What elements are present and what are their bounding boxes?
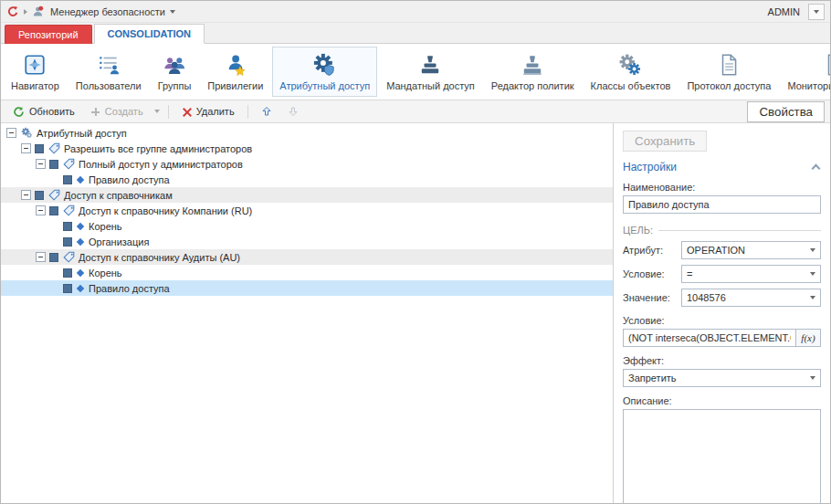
tree-row[interactable]: Доступ к справочникам [1, 187, 613, 203]
checkbox-icon[interactable] [63, 284, 72, 293]
app-icon [6, 5, 19, 18]
expression-row: f(x) [623, 329, 821, 347]
condition-dropdown[interactable]: = [681, 265, 821, 283]
description-textarea[interactable] [623, 409, 821, 503]
move-up-button[interactable] [255, 102, 279, 121]
name-input[interactable] [623, 195, 821, 214]
tree-row[interactable]: Правило доступа [1, 172, 613, 187]
ribbon-item-attribute-access[interactable]: Атрибутный доступ [272, 47, 377, 97]
checkbox-icon[interactable] [63, 237, 72, 247]
ribbon-item-mandatory-access[interactable]: Мандатный доступ [379, 47, 482, 97]
move-down-button[interactable] [281, 102, 305, 121]
breadcrumb-chevron-icon [24, 9, 27, 15]
ribbon-item-object-classes[interactable]: Классы объектов [584, 47, 678, 97]
chevron-down-icon [810, 296, 815, 299]
chevron-down-icon [814, 10, 819, 14]
effect-label: Эффект: [623, 355, 821, 366]
chevron-down-icon [810, 248, 815, 252]
checkbox-icon[interactable] [49, 253, 58, 262]
policy-editor-stamp-icon [521, 52, 545, 77]
tab-repository[interactable]: Репозиторий [5, 25, 92, 44]
ribbon-item-groups[interactable]: Группы [151, 47, 199, 97]
rule-icon [76, 237, 85, 247]
ribbon-item-policy-editor[interactable]: Редактор политик [484, 47, 582, 97]
privileges-icon [223, 52, 247, 77]
access-log-document-icon [717, 52, 742, 77]
app-title: Менеджер безопасности [50, 6, 165, 17]
title-menu-caret-icon[interactable] [170, 10, 175, 14]
navigator-icon [23, 52, 47, 77]
delete-button[interactable]: Удалить [175, 102, 241, 121]
ribbon-item-privileges[interactable]: Привилегии [200, 47, 270, 97]
attribute-dropdown[interactable]: OPERATION [681, 241, 821, 259]
expression-input[interactable] [623, 329, 795, 347]
tag-icon [62, 251, 75, 264]
tab-consolidation[interactable]: CONSOLIDATION [94, 24, 205, 44]
description-label: Описание: [623, 395, 821, 406]
object-classes-gears-icon [618, 52, 643, 77]
refresh-button[interactable]: Обновить [6, 102, 81, 121]
refresh-icon [13, 106, 25, 118]
tag-icon [47, 142, 60, 155]
attribute-label: Атрибут: [623, 245, 676, 256]
create-icon [90, 107, 100, 117]
checkbox-icon[interactable] [35, 191, 44, 200]
tree-row[interactable]: Доступ к справочнику Компании (RU) [1, 203, 613, 218]
value-label: Значение: [623, 292, 676, 303]
collapse-icon[interactable] [21, 143, 31, 153]
value-dropdown[interactable]: 1048576 [681, 289, 821, 307]
checkbox-icon[interactable] [49, 206, 58, 215]
ribbon-item-security-monitoring[interactable]: Мониторинг защиты [780, 47, 831, 97]
group-caption-line [658, 230, 821, 231]
properties-panel: Сохранить Настройки Наименование: ЦЕЛЬ: … [613, 123, 830, 503]
collapse-icon[interactable] [36, 159, 46, 169]
tree-row[interactable]: Корень [1, 218, 613, 234]
effect-dropdown[interactable]: Запретить [623, 369, 821, 387]
ribbon-item-users[interactable]: Пользователи [68, 47, 149, 97]
create-button[interactable]: Создать [84, 102, 150, 121]
move-up-icon [261, 106, 272, 117]
collapse-icon[interactable] [36, 205, 46, 215]
ribbon-item-navigator[interactable]: Навигатор [4, 47, 67, 97]
create-dropdown-caret-icon[interactable] [154, 110, 160, 113]
gears-icon [20, 127, 33, 140]
tag-icon [47, 189, 60, 202]
user-menu-button[interactable] [808, 4, 825, 20]
tree-row[interactable]: Полный доступ у администраторов [1, 156, 613, 172]
collapse-icon[interactable] [36, 252, 46, 262]
ribbon-item-access-log[interactable]: Протокол доступа [679, 47, 778, 97]
fx-button[interactable]: f(x) [795, 329, 821, 347]
chevron-down-icon [810, 376, 815, 380]
attribute-field-row: Атрибут: OPERATION [623, 241, 821, 259]
settings-section-title: Настройки [623, 161, 677, 173]
tree-row[interactable]: Организация [1, 234, 613, 249]
tree-row[interactable]: Разрешить все группе администраторов [1, 141, 613, 156]
save-button[interactable]: Сохранить [623, 131, 707, 152]
title-bar: Менеджер безопасности ADMIN [1, 1, 830, 23]
tab-strip: Репозиторий CONSOLIDATION [1, 23, 830, 44]
tree-row-root[interactable]: Атрибутный доступ [1, 125, 613, 141]
expression-label: Условие: [623, 315, 821, 326]
checkbox-icon[interactable] [63, 222, 72, 231]
collapse-icon[interactable] [21, 190, 31, 200]
toolbar-separator [168, 105, 169, 119]
chevron-up-icon[interactable] [812, 164, 821, 173]
checkbox-icon[interactable] [63, 268, 72, 278]
attribute-access-icon [312, 52, 337, 77]
current-user-label[interactable]: ADMIN [768, 6, 800, 17]
name-label: Наименование: [623, 182, 821, 193]
groups-icon [162, 52, 186, 77]
main-area: Атрибутный доступ Разрешить все группе а… [1, 123, 830, 503]
condition-label: Условие: [623, 268, 676, 279]
settings-section-header[interactable]: Настройки [623, 161, 821, 173]
value-field-row: Значение: 1048576 [623, 289, 821, 307]
collapse-icon[interactable] [6, 128, 16, 138]
security-monitoring-icon [823, 52, 831, 77]
tree-row-selected[interactable]: Правило доступа [1, 280, 613, 296]
checkbox-icon[interactable] [35, 144, 44, 153]
checkbox-icon[interactable] [49, 160, 58, 169]
tree-row[interactable]: Корень [1, 265, 613, 280]
properties-toggle-button[interactable]: Свойства [747, 101, 825, 122]
checkbox-icon[interactable] [63, 175, 72, 184]
tree-row[interactable]: Доступ к справочнику Аудиты (AU) [1, 249, 613, 265]
